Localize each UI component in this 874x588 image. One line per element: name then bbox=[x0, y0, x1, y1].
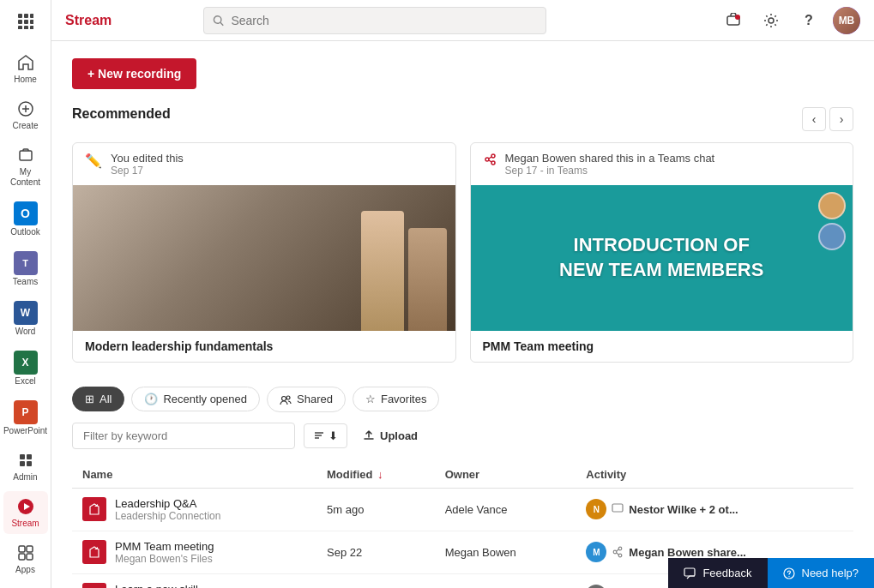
svg-point-44 bbox=[619, 547, 623, 550]
card-tag-1: You edited this bbox=[111, 152, 184, 165]
svg-point-23 bbox=[214, 15, 221, 22]
sidebar-item-home[interactable]: Home bbox=[3, 47, 48, 90]
tab-recently-opened-label: Recently opened bbox=[163, 393, 247, 405]
settings-icon[interactable] bbox=[757, 7, 785, 34]
upload-button[interactable]: Upload bbox=[356, 424, 425, 447]
svg-rect-13 bbox=[20, 454, 25, 459]
card-body-2: PMM Team meeting bbox=[471, 331, 853, 362]
help-icon[interactable]: ? bbox=[795, 7, 823, 34]
activity-share-icon-1 bbox=[612, 546, 624, 558]
svg-point-43 bbox=[614, 550, 618, 554]
star-icon: ☆ bbox=[365, 393, 376, 405]
search-box[interactable] bbox=[203, 7, 546, 34]
need-help-button[interactable]: Need help? bbox=[768, 558, 875, 588]
file-icon-0 bbox=[82, 497, 106, 521]
sidebar-item-excel[interactable]: X Excel bbox=[3, 345, 48, 392]
sidebar-label-home: Home bbox=[14, 75, 37, 85]
card-title-1: Modern leadership fundamentals bbox=[85, 339, 443, 353]
svg-rect-15 bbox=[20, 461, 25, 466]
feedback-icon bbox=[684, 567, 696, 579]
outlook-icon: O bbox=[14, 201, 38, 225]
new-recording-button[interactable]: + New recording bbox=[72, 58, 196, 89]
sidebar-item-admin[interactable]: Admin bbox=[3, 445, 48, 488]
cell-activity-0: N Nestor Wilke + 2 ot... bbox=[576, 488, 853, 531]
sidebar-label-powerpoint: PowerPoint bbox=[3, 426, 47, 436]
svg-rect-5 bbox=[30, 20, 33, 24]
sort-icon bbox=[313, 429, 325, 441]
card-pmm-meeting[interactable]: Megan Bowen shared this in a Teams chat … bbox=[470, 142, 854, 363]
table-row[interactable]: Leadership Q&A Leadership Connection 5m … bbox=[72, 488, 853, 531]
col-activity: Activity bbox=[576, 461, 853, 489]
main-content: + New recording Recommended ‹ › ✏️ You e… bbox=[51, 41, 874, 588]
card-thumbnail-1 bbox=[73, 185, 455, 331]
apps-icon bbox=[15, 543, 36, 563]
app-title: Stream bbox=[65, 13, 112, 28]
notification-icon[interactable] bbox=[720, 7, 747, 34]
file-sub-0: Leadership Connection bbox=[115, 510, 220, 522]
svg-line-31 bbox=[489, 157, 491, 159]
file-icon-2 bbox=[82, 583, 106, 588]
svg-rect-0 bbox=[18, 14, 22, 18]
nav-next-button[interactable]: › bbox=[829, 107, 853, 131]
nav-prev-button[interactable]: ‹ bbox=[802, 107, 826, 131]
cell-name-1: PMM Team meeting Megan Bowen's Files bbox=[72, 531, 316, 573]
card-header-1: ✏️ You edited this Sep 17 bbox=[73, 143, 455, 185]
file-name-cell-1: PMM Team meeting Megan Bowen's Files bbox=[82, 540, 306, 565]
tab-favorites[interactable]: ☆ Favorites bbox=[353, 387, 439, 411]
mini-avatar-2 bbox=[818, 223, 846, 250]
mini-avatars bbox=[818, 192, 846, 250]
table-header-row: Name Modified ↓ Owner Activity bbox=[72, 461, 853, 489]
tab-all[interactable]: ⊞ All bbox=[72, 387, 124, 411]
sidebar-label-outlook: Outlook bbox=[10, 227, 39, 237]
user-avatar[interactable]: MB bbox=[833, 7, 860, 34]
card-date-1: Sep 17 bbox=[111, 165, 184, 177]
tab-recently-opened[interactable]: 🕐 Recently opened bbox=[131, 387, 260, 411]
sidebar-item-create[interactable]: Create bbox=[3, 93, 48, 136]
svg-rect-12 bbox=[20, 151, 32, 160]
filter-input[interactable] bbox=[72, 423, 295, 449]
col-modified[interactable]: Modified ↓ bbox=[316, 461, 435, 489]
tab-shared[interactable]: Shared bbox=[267, 387, 346, 412]
sidebar-label-admin: Admin bbox=[13, 472, 37, 483]
sidebar: Home Create My Content O Outlook T bbox=[0, 0, 51, 588]
svg-point-45 bbox=[619, 554, 623, 557]
nav-arrows: ‹ › bbox=[802, 107, 853, 131]
feedback-button[interactable]: Feedback bbox=[668, 558, 767, 588]
upload-label: Upload bbox=[380, 429, 418, 442]
card-tag-2: Megan Bowen shared this in a Teams chat bbox=[505, 152, 715, 165]
sidebar-item-my-content[interactable]: My Content bbox=[3, 140, 48, 193]
sidebar-item-apps[interactable]: Apps bbox=[3, 537, 48, 580]
svg-rect-21 bbox=[19, 554, 25, 560]
create-icon bbox=[15, 99, 36, 119]
card-modern-leadership[interactable]: ✏️ You edited this Sep 17 Modern leaders… bbox=[72, 142, 456, 363]
table-head: Name Modified ↓ Owner Activity bbox=[72, 461, 853, 489]
file-name-text-0: Leadership Q&A Leadership Connection bbox=[115, 497, 220, 522]
svg-line-47 bbox=[617, 553, 618, 555]
waffle-icon[interactable] bbox=[11, 7, 40, 40]
svg-point-27 bbox=[769, 18, 774, 23]
activity-text-0: Nestor Wilke + 2 ot... bbox=[629, 503, 738, 516]
sidebar-item-powerpoint[interactable]: P PowerPoint bbox=[3, 395, 48, 441]
search-input[interactable] bbox=[231, 14, 537, 27]
activity-chat-icon-0 bbox=[612, 503, 624, 515]
sidebar-label-stream: Stream bbox=[11, 519, 39, 529]
sidebar-item-stream[interactable]: Stream bbox=[3, 491, 48, 534]
sidebar-item-outlook[interactable]: O Outlook bbox=[3, 196, 48, 243]
card-body-1: Modern leadership fundamentals bbox=[73, 331, 455, 362]
card-title-2: PMM Team meeting bbox=[483, 339, 841, 353]
sidebar-label-my-content: My Content bbox=[7, 167, 45, 188]
topbar-actions: ? MB bbox=[720, 7, 860, 34]
sort-button[interactable]: ⬇ bbox=[304, 423, 347, 448]
activity-avatar-0: N bbox=[586, 499, 606, 519]
svg-rect-22 bbox=[27, 554, 33, 560]
svg-rect-8 bbox=[30, 26, 33, 29]
sidebar-item-teams[interactable]: T Teams bbox=[3, 246, 48, 292]
recommended-header: Recommended ‹ › bbox=[72, 106, 853, 132]
recommended-cards: ✏️ You edited this Sep 17 Modern leaders… bbox=[72, 142, 853, 363]
svg-rect-2 bbox=[30, 14, 33, 18]
cell-name-0: Leadership Q&A Leadership Connection bbox=[72, 488, 316, 531]
sidebar-label-teams: Teams bbox=[13, 277, 38, 287]
sidebar-item-word[interactable]: W Word bbox=[3, 296, 48, 342]
mini-avatar-1 bbox=[818, 192, 846, 219]
cell-modified-1: Sep 22 bbox=[316, 531, 435, 573]
